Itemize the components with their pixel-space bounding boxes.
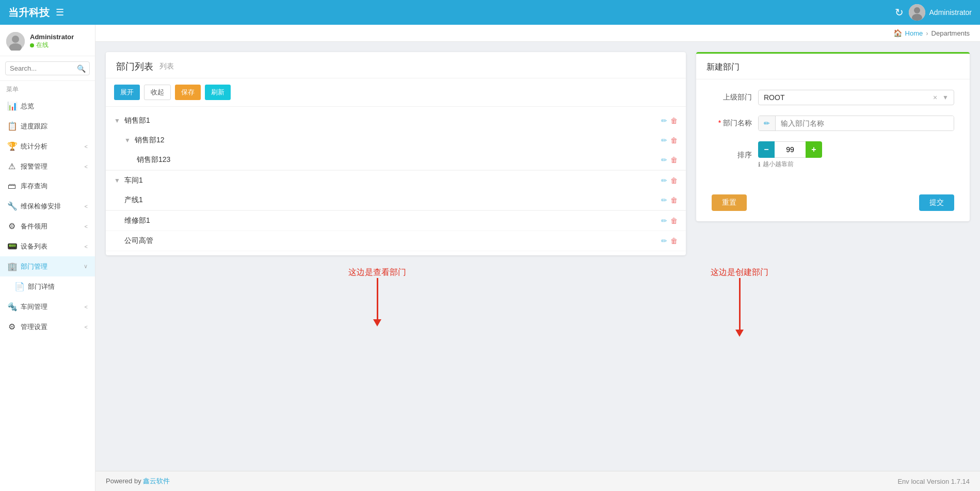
tree-row-repair1[interactable]: ▷ 维修部1 ✏ 🗑 xyxy=(106,211,686,231)
refresh-icon[interactable]: ↻ xyxy=(895,6,904,19)
edit-icon-sales12[interactable]: ✏ xyxy=(661,136,667,144)
dept-name-input[interactable] xyxy=(776,116,954,130)
tree-name-workshop1: 车间1 xyxy=(124,176,143,185)
tree-row-sales12[interactable]: ▼ 销售部12 ✏ 🗑 xyxy=(106,130,686,150)
tree-toggle-sales1[interactable]: ▼ xyxy=(114,117,121,124)
inventory-icon: 🗃 xyxy=(7,182,17,191)
tree-name-repair1: 维修部1 xyxy=(124,216,150,225)
analytics-icon: 🏆 xyxy=(7,141,17,151)
parent-dept-select[interactable]: ROOT × ▼ xyxy=(758,90,954,105)
form-row-name: 部门名称 ✏ xyxy=(712,116,954,131)
order-decrease-button[interactable]: − xyxy=(758,141,775,158)
refresh-button[interactable]: 刷新 xyxy=(205,85,231,100)
edit-icon-execs[interactable]: ✏ xyxy=(661,237,667,245)
sidebar-item-tracking[interactable]: 📋 进度跟踪 xyxy=(0,116,95,136)
equipment-icon: 📟 xyxy=(7,241,17,251)
tree-toggle-sales12[interactable]: ▼ xyxy=(124,137,132,144)
content-topbar: 🏠 Home › Departments xyxy=(95,25,980,42)
edit-icon-line1[interactable]: ✏ xyxy=(661,196,667,204)
sidebar-nav: 📊 总览 📋 进度跟踪 🏆 统计分析 < ⚠ xyxy=(0,96,95,491)
tree-row-line1[interactable]: 产线1 ✏ 🗑 xyxy=(106,190,686,210)
breadcrumb-separator: › xyxy=(926,29,928,37)
sidebar-item-dept-detail[interactable]: 📄 部门详情 xyxy=(0,276,95,297)
delete-icon-repair1[interactable]: 🗑 xyxy=(670,217,678,225)
dept-list-subtitle: 列表 xyxy=(159,62,174,71)
form-field-parent: ROOT × ▼ xyxy=(758,90,954,105)
search-wrapper: 🔍 xyxy=(5,61,90,75)
dept-name-input-group: ✏ xyxy=(758,116,954,131)
submit-button[interactable]: 提交 xyxy=(919,194,954,211)
dept-form-panel: 新建部门 上级部门 ROOT × ▼ xyxy=(696,52,970,221)
tree-child-sales12: ▼ 销售部12 ✏ 🗑 xyxy=(106,130,686,170)
delete-icon-execs[interactable]: 🗑 xyxy=(670,237,678,245)
chevron-right-icon-6: < xyxy=(85,304,88,310)
top-header: 当升科技 ☰ ↻ Administrator xyxy=(0,0,980,25)
save-button[interactable]: 保存 xyxy=(175,85,201,100)
breadcrumb-current: Departments xyxy=(931,29,970,37)
sidebar-item-label-analytics: 统计分析 xyxy=(21,142,47,151)
form-actions: 重置 提交 xyxy=(696,189,970,221)
edit-icon-sales1[interactable]: ✏ xyxy=(661,117,667,125)
sidebar-status: 在线 xyxy=(30,41,74,50)
expand-button[interactable]: 展开 xyxy=(114,85,140,100)
tree-toggle-workshop1[interactable]: ▼ xyxy=(114,177,121,184)
sidebar-item-label-dept-mgmt: 部门管理 xyxy=(21,262,47,271)
tree-row-executives[interactable]: ▷ 公司高管 ✏ 🗑 xyxy=(106,231,686,251)
dept-list-title: 部门列表 xyxy=(116,60,153,73)
tree-item: ▼ 销售部1 ✏ 🗑 xyxy=(106,111,686,171)
alert-icon: ⚠ xyxy=(7,161,17,171)
header-left: 当升科技 ☰ xyxy=(8,6,64,20)
overview-icon: 📊 xyxy=(7,101,17,111)
sidebar-item-analytics[interactable]: 🏆 统计分析 < xyxy=(0,136,95,156)
nav-section-label: 菜单 xyxy=(0,81,95,96)
sidebar: Administrator 在线 🔍 菜单 📊 总览 xyxy=(0,25,95,491)
delete-icon-sales1[interactable]: 🗑 xyxy=(670,117,678,125)
content-area: 🏠 Home › Departments 部门列表 列表 展开 xyxy=(95,25,980,491)
sidebar-username: Administrator xyxy=(30,33,74,41)
sidebar-item-overview[interactable]: 📊 总览 xyxy=(0,96,95,116)
dept-tree: ▼ 销售部1 ✏ 🗑 xyxy=(106,107,686,255)
svg-point-4 xyxy=(12,36,19,43)
edit-icon-sales123[interactable]: ✏ xyxy=(661,156,667,164)
delete-icon-sales123[interactable]: 🗑 xyxy=(670,156,678,164)
sidebar-item-parts[interactable]: ⚙ 备件领用 < xyxy=(0,216,95,236)
order-increase-button[interactable]: + xyxy=(806,141,822,158)
sidebar-item-dept-mgmt[interactable]: 🏢 部门管理 ∨ xyxy=(0,256,95,276)
sidebar-item-label-inventory: 库存查询 xyxy=(21,182,47,191)
delete-icon-sales12[interactable]: 🗑 xyxy=(670,136,678,144)
tree-item-workshop1: ▼ 车间1 ✏ 🗑 xyxy=(106,171,686,211)
user-menu[interactable]: Administrator xyxy=(909,4,972,21)
footer-right: Env local Version 1.7.14 xyxy=(897,478,970,485)
tree-row-sales123[interactable]: 销售部123 ✏ 🗑 xyxy=(106,150,686,170)
tree-item-repair1: ▷ 维修部1 ✏ 🗑 xyxy=(106,211,686,231)
breadcrumb-home[interactable]: Home xyxy=(905,29,923,37)
sidebar-item-label-tracking: 进度跟踪 xyxy=(21,122,47,131)
header-right: ↻ Administrator xyxy=(895,4,972,21)
tree-row-workshop1[interactable]: ▼ 车间1 ✏ 🗑 xyxy=(106,171,686,190)
sidebar-item-maintenance[interactable]: 🔧 维保检修安排 < xyxy=(0,196,95,216)
sidebar-item-equipment[interactable]: 📟 设备列表 < xyxy=(0,236,95,256)
tree-row-sales1[interactable]: ▼ 销售部1 ✏ 🗑 xyxy=(106,111,686,130)
edit-icon-repair1[interactable]: ✏ xyxy=(661,217,667,225)
delete-icon-line1[interactable]: 🗑 xyxy=(670,196,678,204)
footer: Powered by 鑫云软件 Env local Version 1.7.14 xyxy=(95,471,980,491)
search-icon[interactable]: 🔍 xyxy=(77,64,86,73)
order-input[interactable] xyxy=(775,141,806,158)
content-body: 部门列表 列表 展开 收起 保存 刷新 xyxy=(95,42,980,471)
collapse-button[interactable]: 收起 xyxy=(144,85,171,100)
edit-icon-workshop1[interactable]: ✏ xyxy=(661,176,667,185)
company-link[interactable]: 鑫云软件 xyxy=(143,477,170,485)
avatar xyxy=(909,4,925,21)
form-label-parent: 上级部门 xyxy=(712,93,758,102)
sidebar-item-label-settings: 管理设置 xyxy=(21,322,47,332)
sidebar-item-settings[interactable]: ⚙ 管理设置 < xyxy=(0,317,95,337)
sidebar-item-alerts[interactable]: ⚠ 报警管理 < xyxy=(0,156,95,176)
reset-button[interactable]: 重置 xyxy=(712,194,747,211)
menu-toggle-icon[interactable]: ☰ xyxy=(56,7,64,18)
chevron-right-icon-3: < xyxy=(85,203,88,209)
delete-icon-workshop1[interactable]: 🗑 xyxy=(670,176,678,185)
form-label-name: 部门名称 xyxy=(712,119,758,128)
sidebar-item-inventory[interactable]: 🗃 库存查询 xyxy=(0,176,95,196)
sidebar-item-workshop[interactable]: 🔩 车间管理 < xyxy=(0,297,95,317)
select-clear-icon[interactable]: × xyxy=(933,93,937,102)
